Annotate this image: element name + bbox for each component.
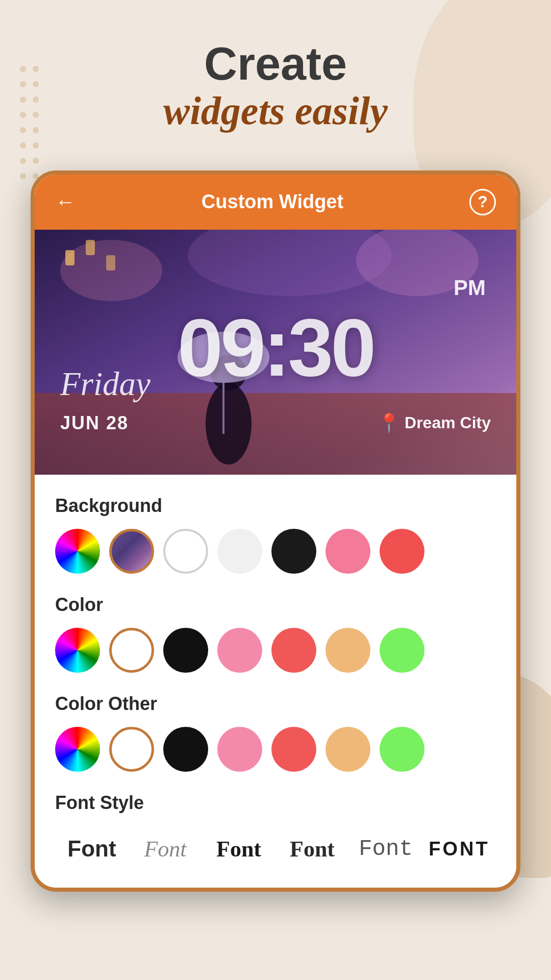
bg-color-outlined[interactable] <box>163 529 208 574</box>
font-style-row: Font Font Font Font Font FONT <box>55 826 496 872</box>
color-other-section-title: Color Other <box>55 693 496 715</box>
color-peach[interactable] <box>325 628 370 673</box>
color-row <box>55 628 496 673</box>
svg-rect-23 <box>106 255 115 271</box>
color-red-coral[interactable] <box>271 628 316 673</box>
background-color-row <box>55 529 496 574</box>
bg-color-photo[interactable] <box>109 529 154 574</box>
color-black[interactable] <box>163 628 208 673</box>
bg-color-rainbow[interactable] <box>55 529 100 574</box>
widget-city: Dream City <box>405 413 491 432</box>
phone-screen-title: Custom Widget <box>202 191 343 213</box>
svg-rect-17 <box>35 393 516 475</box>
widget-background: 09:30 PM Friday JUN 28 📍 Dream City <box>35 230 516 475</box>
widget-date: JUN 28 <box>60 412 129 434</box>
main-title: Create <box>31 41 520 87</box>
background-section-title: Background <box>55 495 496 517</box>
font-label-sans: Font <box>67 836 116 861</box>
phone-header: ← Custom Widget ? <box>35 175 516 230</box>
svg-point-12 <box>20 158 26 164</box>
other-color-white[interactable] <box>109 727 154 772</box>
other-color-soft-pink[interactable] <box>217 727 262 772</box>
widget-ampm: PM <box>454 276 486 300</box>
font-label-italic: Font <box>144 837 186 862</box>
color-section: Color <box>55 594 496 673</box>
font-item-5[interactable]: Font <box>349 826 422 872</box>
color-other-row <box>55 727 496 772</box>
other-color-lime[interactable] <box>380 727 424 772</box>
color-other-section: Color Other <box>55 693 496 772</box>
phone-mockup: ← Custom Widget ? <box>31 170 520 892</box>
main-subtitle: widgets easily <box>31 87 520 135</box>
color-white[interactable] <box>109 628 154 673</box>
font-label-bold-serif: Font <box>216 837 261 862</box>
bg-color-black[interactable] <box>271 529 316 574</box>
color-section-title: Color <box>55 594 496 616</box>
widget-location: 📍 Dream City <box>378 412 491 434</box>
color-rainbow[interactable] <box>55 628 100 673</box>
font-style-section: Font Style Font Font Font Font Font <box>55 792 496 872</box>
font-style-section-title: Font Style <box>55 792 496 814</box>
other-color-red-coral[interactable] <box>271 727 316 772</box>
widget-time-display: 09:30 <box>178 300 373 394</box>
bg-color-coral[interactable] <box>380 529 424 574</box>
svg-point-13 <box>33 158 39 164</box>
background-section: Background <box>55 495 496 574</box>
other-color-black[interactable] <box>163 727 208 772</box>
font-label-mono: Font <box>359 836 413 862</box>
widget-day: Friday <box>60 365 151 403</box>
font-item-6[interactable]: FONT <box>422 828 496 870</box>
header-section: Create widgets easily <box>0 0 551 155</box>
other-color-peach[interactable] <box>325 727 370 772</box>
font-item-1[interactable]: Font <box>55 826 129 872</box>
svg-rect-22 <box>86 240 95 255</box>
font-label-serif: Font <box>290 837 335 862</box>
svg-point-24 <box>206 383 252 464</box>
bg-color-light-gray[interactable] <box>217 529 262 574</box>
customization-panel: Background Color <box>35 475 516 888</box>
font-item-4[interactable]: Font <box>276 826 349 872</box>
font-item-3[interactable]: Font <box>202 826 276 872</box>
svg-rect-21 <box>65 250 74 265</box>
widget-preview: 09:30 PM Friday JUN 28 📍 Dream City <box>35 230 516 475</box>
font-item-2[interactable]: Font <box>129 826 202 872</box>
font-label-caps: FONT <box>429 838 489 860</box>
location-pin-icon: 📍 <box>378 412 400 434</box>
other-color-rainbow[interactable] <box>55 727 100 772</box>
bg-color-pink[interactable] <box>325 529 370 574</box>
help-button[interactable]: ? <box>469 189 496 215</box>
color-soft-pink[interactable] <box>217 628 262 673</box>
color-lime[interactable] <box>380 628 424 673</box>
svg-point-14 <box>20 173 26 179</box>
back-button[interactable]: ← <box>55 190 76 213</box>
